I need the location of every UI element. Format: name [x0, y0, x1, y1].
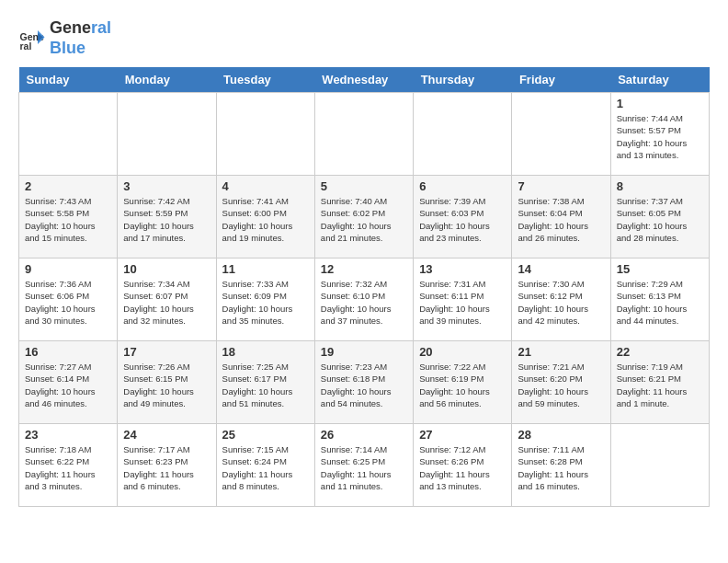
svg-text:ral: ral	[20, 40, 32, 52]
day-number: 13	[419, 262, 506, 276]
calendar-cell: 14Sunrise: 7:30 AM Sunset: 6:12 PM Dayli…	[512, 259, 610, 341]
day-info: Sunrise: 7:17 AM Sunset: 6:23 PM Dayligh…	[123, 443, 210, 492]
day-info: Sunrise: 7:27 AM Sunset: 6:14 PM Dayligh…	[25, 361, 111, 409]
weekday-header: Tuesday	[216, 67, 314, 93]
calendar-cell: 27Sunrise: 7:12 AM Sunset: 6:26 PM Dayli…	[414, 424, 512, 507]
calendar-cell: 23Sunrise: 7:18 AM Sunset: 6:22 PM Dayli…	[19, 424, 118, 507]
weekday-header: Friday	[512, 67, 610, 93]
calendar-cell	[314, 93, 413, 176]
calendar-cell: 15Sunrise: 7:29 AM Sunset: 6:13 PM Dayli…	[610, 259, 709, 341]
day-info: Sunrise: 7:14 AM Sunset: 6:25 PM Dayligh…	[321, 443, 407, 492]
day-number: 18	[222, 345, 309, 359]
day-number: 25	[222, 428, 309, 442]
calendar-cell	[19, 93, 118, 176]
day-number: 16	[25, 345, 111, 359]
day-info: Sunrise: 7:39 AM Sunset: 6:03 PM Dayligh…	[419, 195, 506, 244]
day-number: 5	[321, 179, 407, 193]
day-number: 11	[222, 262, 309, 276]
day-info: Sunrise: 7:38 AM Sunset: 6:04 PM Dayligh…	[518, 195, 604, 244]
day-info: Sunrise: 7:25 AM Sunset: 6:17 PM Dayligh…	[222, 361, 309, 409]
calendar-week-row: 16Sunrise: 7:27 AM Sunset: 6:14 PM Dayli…	[19, 341, 710, 424]
day-number: 20	[419, 345, 506, 359]
day-info: Sunrise: 7:37 AM Sunset: 6:05 PM Dayligh…	[617, 195, 703, 244]
calendar-cell: 26Sunrise: 7:14 AM Sunset: 6:25 PM Dayli…	[314, 424, 413, 507]
day-number: 1	[617, 97, 703, 110]
day-number: 2	[25, 179, 111, 193]
day-number: 10	[123, 262, 210, 276]
day-number: 17	[123, 345, 210, 359]
day-info: Sunrise: 7:23 AM Sunset: 6:18 PM Dayligh…	[321, 361, 407, 409]
calendar-cell: 16Sunrise: 7:27 AM Sunset: 6:14 PM Dayli…	[19, 341, 118, 424]
logo: Gene ral GeneralBlue	[18, 18, 111, 58]
calendar-cell: 5Sunrise: 7:40 AM Sunset: 6:02 PM Daylig…	[314, 176, 413, 259]
calendar-cell: 13Sunrise: 7:31 AM Sunset: 6:11 PM Dayli…	[414, 259, 512, 341]
day-info: Sunrise: 7:40 AM Sunset: 6:02 PM Dayligh…	[321, 195, 407, 244]
header-row: SundayMondayTuesdayWednesdayThursdayFrid…	[19, 67, 710, 93]
day-number: 24	[123, 428, 210, 442]
day-number: 12	[321, 262, 407, 276]
weekday-header: Thursday	[414, 67, 512, 93]
calendar-table: SundayMondayTuesdayWednesdayThursdayFrid…	[18, 67, 710, 507]
calendar-week-row: 23Sunrise: 7:18 AM Sunset: 6:22 PM Dayli…	[19, 424, 710, 507]
logo-icon: Gene ral	[18, 25, 46, 52]
calendar-cell: 17Sunrise: 7:26 AM Sunset: 6:15 PM Dayli…	[118, 341, 216, 424]
calendar-cell: 10Sunrise: 7:34 AM Sunset: 6:07 PM Dayli…	[118, 259, 216, 341]
calendar-cell	[118, 93, 216, 176]
weekday-header: Saturday	[610, 67, 709, 93]
day-info: Sunrise: 7:41 AM Sunset: 6:00 PM Dayligh…	[222, 195, 309, 244]
weekday-header: Sunday	[19, 67, 118, 93]
calendar-cell: 19Sunrise: 7:23 AM Sunset: 6:18 PM Dayli…	[314, 341, 413, 424]
day-number: 3	[123, 179, 210, 193]
day-number: 19	[321, 345, 407, 359]
calendar-cell	[512, 93, 610, 176]
day-number: 9	[25, 262, 111, 276]
logo-text: GeneralBlue	[50, 18, 111, 58]
day-number: 15	[617, 262, 703, 276]
day-info: Sunrise: 7:18 AM Sunset: 6:22 PM Dayligh…	[25, 443, 111, 492]
calendar-cell: 9Sunrise: 7:36 AM Sunset: 6:06 PM Daylig…	[19, 259, 118, 341]
day-info: Sunrise: 7:26 AM Sunset: 6:15 PM Dayligh…	[123, 361, 210, 409]
day-number: 8	[617, 179, 703, 193]
calendar-week-row: 9Sunrise: 7:36 AM Sunset: 6:06 PM Daylig…	[19, 259, 710, 341]
day-info: Sunrise: 7:44 AM Sunset: 5:57 PM Dayligh…	[617, 112, 703, 161]
calendar-cell: 11Sunrise: 7:33 AM Sunset: 6:09 PM Dayli…	[216, 259, 314, 341]
calendar-week-row: 2Sunrise: 7:43 AM Sunset: 5:58 PM Daylig…	[19, 176, 710, 259]
calendar-cell: 2Sunrise: 7:43 AM Sunset: 5:58 PM Daylig…	[19, 176, 118, 259]
day-info: Sunrise: 7:30 AM Sunset: 6:12 PM Dayligh…	[518, 278, 604, 327]
calendar-cell	[216, 93, 314, 176]
calendar-cell: 1Sunrise: 7:44 AM Sunset: 5:57 PM Daylig…	[610, 93, 709, 176]
day-number: 28	[518, 428, 604, 442]
calendar-cell: 20Sunrise: 7:22 AM Sunset: 6:19 PM Dayli…	[414, 341, 512, 424]
weekday-header: Wednesday	[314, 67, 413, 93]
day-number: 14	[518, 262, 604, 276]
calendar-cell: 6Sunrise: 7:39 AM Sunset: 6:03 PM Daylig…	[414, 176, 512, 259]
calendar-cell: 21Sunrise: 7:21 AM Sunset: 6:20 PM Dayli…	[512, 341, 610, 424]
day-info: Sunrise: 7:12 AM Sunset: 6:26 PM Dayligh…	[419, 443, 506, 492]
day-info: Sunrise: 7:21 AM Sunset: 6:20 PM Dayligh…	[518, 361, 604, 409]
calendar-week-row: 1Sunrise: 7:44 AM Sunset: 5:57 PM Daylig…	[19, 93, 710, 176]
day-info: Sunrise: 7:11 AM Sunset: 6:28 PM Dayligh…	[518, 443, 604, 492]
calendar-cell: 18Sunrise: 7:25 AM Sunset: 6:17 PM Dayli…	[216, 341, 314, 424]
day-number: 7	[518, 179, 604, 193]
calendar-cell: 4Sunrise: 7:41 AM Sunset: 6:00 PM Daylig…	[216, 176, 314, 259]
day-info: Sunrise: 7:34 AM Sunset: 6:07 PM Dayligh…	[123, 278, 210, 327]
day-number: 27	[419, 428, 506, 442]
calendar-cell	[610, 424, 709, 507]
day-number: 26	[321, 428, 407, 442]
day-info: Sunrise: 7:15 AM Sunset: 6:24 PM Dayligh…	[222, 443, 309, 492]
calendar-cell: 12Sunrise: 7:32 AM Sunset: 6:10 PM Dayli…	[314, 259, 413, 341]
day-number: 22	[617, 345, 703, 359]
calendar-cell: 25Sunrise: 7:15 AM Sunset: 6:24 PM Dayli…	[216, 424, 314, 507]
page-header: Gene ral GeneralBlue	[18, 18, 710, 58]
day-number: 21	[518, 345, 604, 359]
day-number: 23	[25, 428, 111, 442]
day-info: Sunrise: 7:42 AM Sunset: 5:59 PM Dayligh…	[123, 195, 210, 244]
day-info: Sunrise: 7:22 AM Sunset: 6:19 PM Dayligh…	[419, 361, 506, 409]
calendar-cell: 8Sunrise: 7:37 AM Sunset: 6:05 PM Daylig…	[610, 176, 709, 259]
calendar-cell: 7Sunrise: 7:38 AM Sunset: 6:04 PM Daylig…	[512, 176, 610, 259]
calendar-cell: 22Sunrise: 7:19 AM Sunset: 6:21 PM Dayli…	[610, 341, 709, 424]
day-info: Sunrise: 7:32 AM Sunset: 6:10 PM Dayligh…	[321, 278, 407, 327]
day-info: Sunrise: 7:31 AM Sunset: 6:11 PM Dayligh…	[419, 278, 506, 327]
day-info: Sunrise: 7:33 AM Sunset: 6:09 PM Dayligh…	[222, 278, 309, 327]
day-info: Sunrise: 7:36 AM Sunset: 6:06 PM Dayligh…	[25, 278, 111, 327]
